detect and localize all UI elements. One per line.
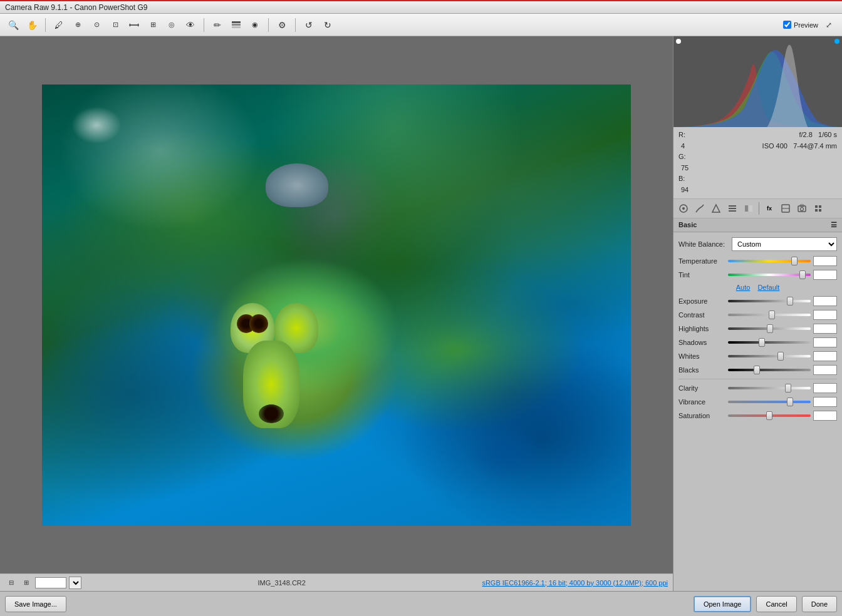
preferences-button[interactable]: ⚙ <box>274 17 290 33</box>
contrast-slider-container[interactable] <box>728 310 811 320</box>
adj-content: White Balance: Custom As Shot Auto Dayli… <box>673 232 842 429</box>
rotate-cw-button[interactable]: ↻ <box>320 17 336 33</box>
color-sampler-tool[interactable]: ⊕ <box>70 17 86 33</box>
split-toning-icon[interactable] <box>741 201 756 216</box>
presets-icon[interactable] <box>811 201 826 216</box>
sponge-eye-right <box>249 314 268 333</box>
status-info[interactable]: sRGB IEC61966-2.1; 16 bit; 4000 by 3000 … <box>482 579 668 587</box>
open-image-button[interactable]: Open Image <box>694 596 752 612</box>
svg-rect-5 <box>232 26 241 28</box>
detail-icon[interactable] <box>709 201 724 216</box>
brain-coral <box>266 163 328 207</box>
image-canvas[interactable] <box>0 36 673 573</box>
targeted-adjustment-tool[interactable]: ⊙ <box>88 17 105 33</box>
exposure-slider-container[interactable] <box>728 296 811 306</box>
temperature-value[interactable]: 50000 <box>813 256 837 266</box>
saturation-value[interactable]: 0 <box>813 411 837 421</box>
wb-select[interactable]: Custom As Shot Auto Daylight Cloudy <box>732 237 837 251</box>
blacks-thumb[interactable] <box>754 366 760 374</box>
filename-label: IMG_3148.CR2 <box>86 579 477 587</box>
clarity-track <box>728 387 811 389</box>
whites-slider-container[interactable] <box>728 351 811 361</box>
auto-button[interactable]: Auto <box>736 284 751 291</box>
shadows-thumb[interactable] <box>759 338 765 347</box>
zoom-level[interactable]: 24.8% <box>35 577 66 588</box>
adjustment-brush[interactable]: ✏ <box>209 17 226 33</box>
transform-tool[interactable]: ⊞ <box>145 17 161 33</box>
white-balance-tool[interactable]: 🖊 <box>51 17 67 33</box>
highlights-label: Highlights <box>678 325 725 332</box>
contrast-thumb[interactable] <box>769 311 775 319</box>
highlights-slider-container[interactable] <box>728 324 811 334</box>
hsl-icon[interactable] <box>725 201 740 216</box>
iso-focal: ISO 400 7-44@7.4 mm <box>696 141 837 152</box>
fullscreen-button[interactable]: ⤢ <box>821 17 837 33</box>
hand-tool[interactable]: ✋ <box>24 17 40 33</box>
tone-curve-icon[interactable] <box>692 201 707 216</box>
done-button[interactable]: Done <box>802 596 837 612</box>
svg-rect-20 <box>819 205 821 208</box>
highlights-thumb[interactable] <box>767 324 773 333</box>
action-bar: Save Image... Open Image Cancel Done <box>0 591 842 616</box>
exposure-thumb[interactable] <box>787 297 793 305</box>
vibrance-value[interactable]: +50 <box>813 397 837 407</box>
blacks-value[interactable]: -31 <box>813 365 837 375</box>
cancel-button[interactable]: Cancel <box>756 596 796 612</box>
blacks-slider-container[interactable] <box>728 365 811 375</box>
tint-track <box>728 274 811 276</box>
svg-rect-12 <box>745 205 748 212</box>
red-eye-tool[interactable]: 👁 <box>182 17 199 33</box>
temperature-thumb[interactable] <box>791 257 798 265</box>
camera-calibration-icon[interactable] <box>794 201 809 216</box>
saturation-thumb[interactable] <box>766 411 772 420</box>
spot-removal-tool[interactable]: ◎ <box>164 17 180 33</box>
straighten-tool[interactable] <box>126 17 142 33</box>
whites-value[interactable]: +28 <box>813 351 837 361</box>
section-menu-icon[interactable]: ☰ <box>831 221 837 229</box>
title-bar: Camera Raw 9.1.1 - Canon PowerShot G9 <box>0 0 842 14</box>
effects-icon[interactable] <box>778 201 793 216</box>
toolbar: 🔍 ✋ 🖊 ⊕ ⊙ ⊡ ⊞ ◎ 👁 ✏ ◉ ⚙ ↺ ↻ Preview ⤢ <box>0 14 842 36</box>
vibrance-thumb[interactable] <box>787 398 793 406</box>
crop-tool[interactable]: ⊡ <box>107 17 123 33</box>
zoom-select[interactable]: ▼ <box>69 577 81 589</box>
default-button[interactable]: Default <box>757 284 779 291</box>
shadows-track <box>728 341 811 344</box>
camera-info: R: 4 G: 75 B: 94 <box>673 127 842 199</box>
radial-filter[interactable]: ◉ <box>247 17 263 33</box>
svg-marker-1 <box>129 23 130 27</box>
saturation-slider-container[interactable] <box>728 411 811 421</box>
zoom-tool[interactable]: 🔍 <box>5 17 21 33</box>
blacks-row: Blacks -31 <box>678 365 837 375</box>
photo-container <box>42 85 631 526</box>
clarity-value[interactable]: +43 <box>813 383 837 393</box>
fit-page-button[interactable]: ⊟ <box>5 577 18 589</box>
zoom-in-button[interactable]: ⊞ <box>20 577 33 589</box>
exposure-value[interactable]: +1.50 <box>813 296 837 306</box>
lens-corrections-icon[interactable]: fx <box>762 201 777 216</box>
tint-slider-container[interactable] <box>728 270 811 280</box>
clarity-slider-container[interactable] <box>728 383 811 393</box>
temperature-slider-container[interactable] <box>728 256 811 266</box>
whites-thumb[interactable] <box>777 352 784 361</box>
save-image-button[interactable]: Save Image... <box>5 596 66 612</box>
basic-title: Basic <box>678 221 697 228</box>
whites-track <box>728 355 811 357</box>
basic-panel-icon[interactable] <box>676 201 691 216</box>
tool-separator-3 <box>268 18 269 32</box>
tint-thumb[interactable] <box>799 270 806 279</box>
rotate-ccw-button[interactable]: ↺ <box>301 17 317 33</box>
graduated-filter[interactable] <box>228 17 244 33</box>
tint-value[interactable]: +100 <box>813 270 837 280</box>
shadows-slider-container[interactable] <box>728 337 811 347</box>
preview-checkbox[interactable] <box>783 21 791 29</box>
clarity-thumb[interactable] <box>785 384 791 393</box>
contrast-track <box>728 314 811 316</box>
highlights-value[interactable]: +1 <box>813 324 837 334</box>
shadows-value[interactable]: -18 <box>813 337 837 347</box>
svg-rect-3 <box>232 21 241 23</box>
whites-label: Whites <box>678 352 725 360</box>
tool-separator-2 <box>204 18 204 32</box>
contrast-value[interactable]: +9 <box>813 310 837 320</box>
vibrance-slider-container[interactable] <box>728 397 811 407</box>
